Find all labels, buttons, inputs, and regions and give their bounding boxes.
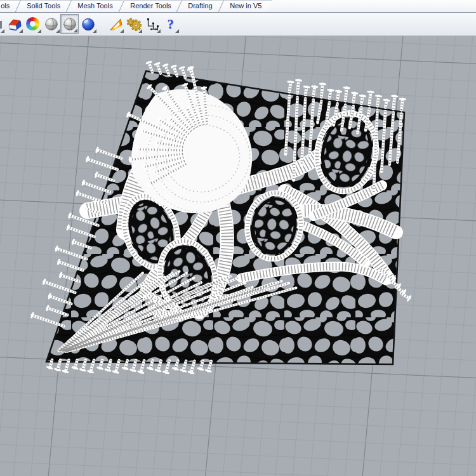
flyout-triangle: [74, 29, 77, 32]
viewport-canvas: [0, 36, 476, 476]
flyout-triangle: [37, 29, 41, 33]
color-wheel-icon: [26, 17, 39, 30]
help-button[interactable]: ?: [161, 14, 180, 34]
toolbar-tab-bar: ols Solid Tools Mesh Tools Render Tools …: [0, 0, 476, 13]
shaded-viewport-button[interactable]: [42, 14, 60, 34]
tab-solid-tools[interactable]: Solid Tools: [15, 0, 71, 12]
spotlight-button[interactable]: [106, 14, 124, 34]
help-icon: ?: [168, 18, 174, 30]
tab-render-tools[interactable]: Render Tools: [118, 0, 182, 12]
flyout-triangle: [157, 29, 161, 33]
dimension-button[interactable]: [143, 14, 161, 34]
flyout-triangle: [56, 29, 60, 33]
perspective-viewport[interactable]: [0, 36, 476, 476]
flyout-triangle: [138, 29, 142, 33]
rhino-window: ols Solid Tools Mesh Tools Render Tools …: [0, 0, 476, 476]
flyout-triangle: [93, 29, 96, 33]
color-wheel-hole: [30, 21, 36, 27]
ghosted-viewport-button[interactable]: [60, 14, 79, 34]
flyout-triangle: [1, 29, 4, 33]
render-button[interactable]: [5, 14, 23, 34]
flyout-triangle: [19, 29, 23, 33]
options-button[interactable]: [124, 14, 143, 34]
flyout-triangle: [120, 29, 124, 33]
rendered-viewport-button[interactable]: [79, 14, 97, 34]
clipped-toolbar-button[interactable]: [0, 14, 5, 34]
color-wheel-button[interactable]: [23, 14, 42, 34]
tab-new-in-v5[interactable]: New in V5: [218, 0, 272, 12]
flyout-triangle: [175, 29, 179, 33]
tab-drafting[interactable]: Drafting: [176, 0, 223, 12]
tab-mesh-tools[interactable]: Mesh Tools: [66, 0, 124, 12]
main-toolbar: ?: [0, 13, 476, 37]
tab-bar-filler: [270, 0, 476, 12]
clipped-edge-icon: [0, 21, 2, 29]
